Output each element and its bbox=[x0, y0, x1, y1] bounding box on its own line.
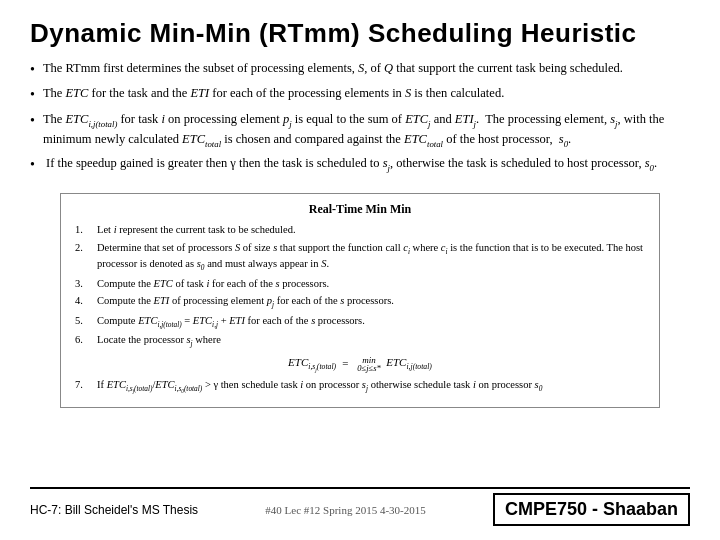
algo-step-4: 4. Compute the ETI of processing element… bbox=[75, 294, 645, 310]
bullet-dot-3: • bbox=[30, 111, 35, 131]
algo-step-6: 6. Locate the processor sj where bbox=[75, 333, 645, 349]
algorithm-title: Real-Time Min Min bbox=[75, 202, 645, 217]
bullet-text-1: The RTmm first determines the subset of … bbox=[43, 59, 690, 77]
bullet-item-3: • The ETCi,j(total) for task i on proces… bbox=[30, 110, 690, 150]
slide: Dynamic Min-Min (RTmm) Scheduling Heuris… bbox=[0, 0, 720, 540]
bullet-dot-4: • bbox=[30, 155, 35, 175]
algo-step-text-2: Determine that set of processors S of si… bbox=[97, 241, 645, 274]
algo-num-7: 7. bbox=[75, 378, 93, 393]
bullet-dot-1: • bbox=[30, 60, 35, 80]
bullet-item-1: • The RTmm first determines the subset o… bbox=[30, 59, 690, 80]
algorithm-steps-2: 7. If ETCi,sj(total)/ETCi,s0(total) > γ … bbox=[75, 378, 645, 396]
algo-num-5: 5. bbox=[75, 314, 93, 329]
bullet-text-3: The ETCi,j(total) for task i on processi… bbox=[43, 110, 690, 150]
algo-step-text-4: Compute the ETI of processing element pj… bbox=[97, 294, 394, 310]
bullet-dot-2: • bbox=[30, 85, 35, 105]
algo-step-2: 2. Determine that set of processors S of… bbox=[75, 241, 645, 274]
algo-num-6: 6. bbox=[75, 333, 93, 348]
algo-step-7: 7. If ETCi,sj(total)/ETCi,s0(total) > γ … bbox=[75, 378, 645, 396]
algo-num-4: 4. bbox=[75, 294, 93, 309]
algo-step-text-3: Compute the ETC of task i for each of th… bbox=[97, 277, 329, 292]
footer-right: CMPE750 - Shaaban bbox=[493, 493, 690, 526]
footer-center: #40 Lec #12 Spring 2015 4-30-2015 bbox=[208, 504, 483, 516]
bullet-list: • The RTmm first determines the subset o… bbox=[30, 59, 690, 179]
slide-footer: HC-7: Bill Scheidel's MS Thesis #40 Lec … bbox=[30, 487, 690, 526]
algo-step-text-5: Compute ETCi,j(total) = ETCi,j + ETI for… bbox=[97, 314, 365, 330]
algo-step-3: 3. Compute the ETC of task i for each of… bbox=[75, 277, 645, 292]
algorithm-steps: 1. Let i represent the current task to b… bbox=[75, 223, 645, 349]
algorithm-formula: ETCi,sj(total) = min 0≤j≤s* ETCi,j(total… bbox=[75, 355, 645, 373]
algorithm-box: Real-Time Min Min 1. Let i represent the… bbox=[60, 193, 660, 407]
algo-step-text-1: Let i represent the current task to be s… bbox=[97, 223, 296, 238]
algo-num-1: 1. bbox=[75, 223, 93, 238]
algo-num-2: 2. bbox=[75, 241, 93, 256]
footer-left: HC-7: Bill Scheidel's MS Thesis bbox=[30, 503, 198, 517]
bullet-item-4: • If the speedup gained is greater then … bbox=[30, 154, 690, 175]
algo-step-text-6: Locate the processor sj where bbox=[97, 333, 221, 349]
bullet-text-2: The ETC for the task and the ETI for eac… bbox=[43, 84, 690, 102]
algo-step-1: 1. Let i represent the current task to b… bbox=[75, 223, 645, 238]
bullet-text-4: If the speedup gained is greater then γ … bbox=[43, 154, 690, 174]
slide-title: Dynamic Min-Min (RTmm) Scheduling Heuris… bbox=[30, 18, 690, 49]
algo-step-5: 5. Compute ETCi,j(total) = ETCi,j + ETI … bbox=[75, 314, 645, 330]
algo-step-text-7: If ETCi,sj(total)/ETCi,s0(total) > γ the… bbox=[97, 378, 542, 396]
algo-num-3: 3. bbox=[75, 277, 93, 292]
bullet-item-2: • The ETC for the task and the ETI for e… bbox=[30, 84, 690, 105]
